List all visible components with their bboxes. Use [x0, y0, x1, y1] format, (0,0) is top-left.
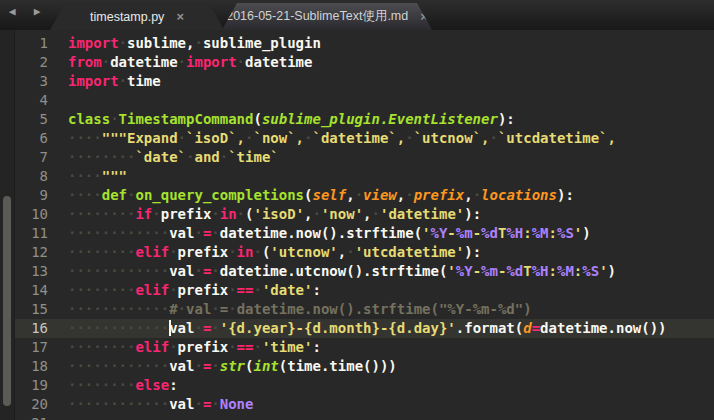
code-text: ············val·=·'{d.year}-{d.month}-{d…: [48, 319, 667, 338]
line-number: 20: [15, 395, 48, 414]
tab-nav-arrows: ◀ ▶: [9, 5, 52, 18]
code-text: import·sublime,·sublime_plugin: [48, 34, 321, 53]
line-number: 19: [15, 376, 48, 395]
line-number: 16: [15, 319, 48, 338]
code-text: ····def·on_query_completions(self,·view,…: [48, 186, 574, 205]
line-number: 11: [15, 224, 48, 243]
code-line[interactable]: 7········`date`·and·`time`: [15, 148, 714, 167]
code-text: ············#·val·=·datetime.now().strft…: [48, 300, 532, 319]
code-line[interactable]: 11············val·=·datetime.now().strft…: [15, 224, 714, 243]
sublime-text-window: ◀ ▶ timestamp.py × 2016-05-21-SublimeTex…: [0, 0, 714, 420]
code-text: ········if·prefix·in·('isoD',·'now',·'da…: [48, 205, 481, 224]
back-arrow-icon[interactable]: ◀: [9, 5, 27, 18]
code-line[interactable]: 18············val·=·str(int(time.time())…: [15, 357, 714, 376]
code-text: [48, 91, 68, 110]
code-text: from·datetime·import·datetime: [48, 53, 312, 72]
line-number: 5: [15, 110, 48, 129]
close-icon[interactable]: ×: [420, 9, 428, 24]
line-number: 3: [15, 72, 48, 91]
tab-bar: ◀ ▶ timestamp.py × 2016-05-21-SublimeTex…: [0, 0, 714, 30]
line-number: 17: [15, 338, 48, 357]
code-text: ········else:: [48, 376, 178, 395]
code-text: ········`date`·and·`time`: [48, 148, 279, 167]
line-number: 15: [15, 300, 48, 319]
code-line[interactable]: 4: [15, 91, 714, 110]
code-line[interactable]: 9····def·on_query_completions(self,·view…: [15, 186, 714, 205]
close-icon[interactable]: ×: [176, 9, 184, 24]
code-line[interactable]: 15············#·val·=·datetime.now().str…: [15, 300, 714, 319]
code-line[interactable]: 6····"""Expand·`isoD`,·`now`,·`datetime`…: [15, 129, 714, 148]
code-text: import·time: [48, 72, 161, 91]
line-number: 7: [15, 148, 48, 167]
line-number: 2: [15, 53, 48, 72]
line-number: 18: [15, 357, 48, 376]
code-line[interactable]: 5class·TimestampCommand(sublime_plugin.E…: [15, 110, 714, 129]
editor[interactable]: 1import·sublime,·sublime_plugin2from·dat…: [15, 30, 714, 420]
code-text: ····"""Expand·`isoD`,·`now`,·`datetime`,…: [48, 129, 616, 148]
code-text: ········elif·prefix·in·('utcnow',·'utcda…: [48, 243, 481, 262]
code-line[interactable]: 13············val·=·datetime.utcnow().st…: [15, 262, 714, 281]
line-number: 8: [15, 167, 48, 186]
code-line[interactable]: 8····""": [15, 167, 714, 186]
forward-arrow-icon[interactable]: ▶: [34, 5, 52, 18]
code-line[interactable]: 21: [15, 414, 714, 420]
code-line[interactable]: 2from·datetime·import·datetime: [15, 53, 714, 72]
code-text: ············val·=·str(int(time.time())): [48, 357, 397, 376]
code-line[interactable]: 20············val·=·None: [15, 395, 714, 414]
code-lines: 1import·sublime,·sublime_plugin2from·dat…: [15, 34, 714, 420]
code-text: ············val·=·None: [48, 395, 253, 414]
line-number: 1: [15, 34, 48, 53]
scrollbar-thumb[interactable]: [3, 196, 11, 406]
left-scrollbar-track: [0, 30, 15, 420]
code-line[interactable]: 3import·time: [15, 72, 714, 91]
tab-label: timestamp.py: [90, 10, 164, 24]
code-line[interactable]: 1import·sublime,·sublime_plugin: [15, 34, 714, 53]
line-number: 13: [15, 262, 48, 281]
code-line[interactable]: 14········elif·prefix·==·'date':: [15, 281, 714, 300]
tab-label: 2016-05-21-SublimeText使用.md: [226, 8, 408, 25]
code-text: ········elif·prefix·==·'date':: [48, 281, 321, 300]
code-line[interactable]: 17········elif·prefix·==·'time':: [15, 338, 714, 357]
code-line[interactable]: 16············val·=·'{d.year}-{d.month}-…: [15, 319, 714, 338]
line-number: 10: [15, 205, 48, 224]
line-number: 9: [15, 186, 48, 205]
line-number: 12: [15, 243, 48, 262]
code-line[interactable]: 12········elif·prefix·in·('utcnow',·'utc…: [15, 243, 714, 262]
line-number: 4: [15, 91, 48, 110]
code-text: [48, 414, 68, 420]
line-number: 14: [15, 281, 48, 300]
code-text: ············val·=·datetime.utcnow().strf…: [48, 262, 616, 281]
code-text: class·TimestampCommand(sublime_plugin.Ev…: [48, 110, 515, 129]
code-text: ····""": [48, 167, 127, 186]
tab-sublimetext-md[interactable]: 2016-05-21-SublimeText使用.md ×: [222, 3, 432, 30]
code-text: ············val·=·datetime.now().strftim…: [48, 224, 591, 243]
line-number: 6: [15, 129, 48, 148]
line-number: 21: [15, 414, 48, 420]
code-line[interactable]: 19········else:: [15, 376, 714, 395]
code-text: ········elif·prefix·==·'time':: [48, 338, 321, 357]
code-line[interactable]: 10········if·prefix·in·('isoD',·'now',·'…: [15, 205, 714, 224]
tab-timestamp-py[interactable]: timestamp.py ×: [50, 3, 224, 30]
